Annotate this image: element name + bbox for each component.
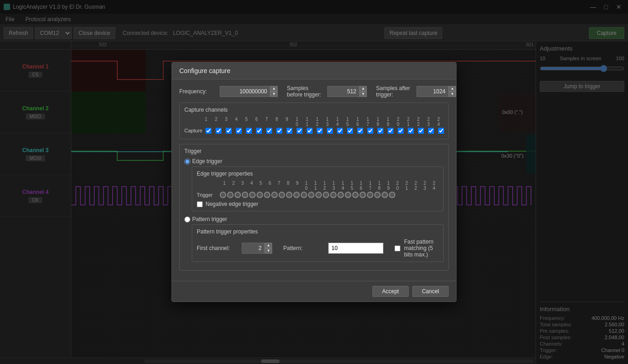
capture-cb-7[interactable] xyxy=(266,128,272,134)
pattern-trigger-label[interactable]: Pattern trigger xyxy=(192,216,227,222)
samples-before-spin-buttons: ▲ ▼ xyxy=(360,86,367,97)
capture-cb-13[interactable] xyxy=(327,128,333,134)
ch-num-20: 20 xyxy=(393,117,403,127)
trigger-circles xyxy=(220,192,395,198)
capture-cb-20[interactable] xyxy=(398,128,404,134)
frequency-input[interactable] xyxy=(220,86,270,97)
capture-cb-9[interactable] xyxy=(286,128,292,134)
capture-cb-14[interactable] xyxy=(337,128,343,134)
first-channel-up[interactable]: ▲ xyxy=(265,243,272,248)
trigger-circle-8[interactable] xyxy=(271,192,278,198)
samples-before-spinner: ▲ ▼ xyxy=(327,86,367,97)
first-channel-down[interactable]: ▼ xyxy=(265,248,272,254)
trigger-circle-2[interactable] xyxy=(227,192,234,198)
capture-cb-4[interactable] xyxy=(236,128,242,134)
capture-cb-23[interactable] xyxy=(428,128,434,134)
capture-cb-6[interactable] xyxy=(256,128,262,134)
frequency-down[interactable]: ▼ xyxy=(270,91,278,97)
pattern-trigger-props-box: Pattern trigger properties First channel… xyxy=(192,224,444,262)
modal-footer: Accept Cancel xyxy=(172,281,456,301)
ch-num-13: 13 xyxy=(322,117,332,127)
trigger-circle-18[interactable] xyxy=(345,192,351,198)
trigger-circle-22[interactable] xyxy=(374,192,381,198)
trigger-circle-20[interactable] xyxy=(360,192,366,198)
capture-row-label: Capture xyxy=(184,128,202,135)
trigger-circle-10[interactable] xyxy=(286,192,292,198)
ch-num-4: 4 xyxy=(231,117,241,127)
ch-num-21: 21 xyxy=(403,117,413,127)
edge-trigger-label[interactable]: Edge trigger xyxy=(192,158,222,165)
frequency-row: Frequency: ▲ ▼ Samples before trigger: ▲… xyxy=(179,85,449,98)
negative-edge-checkbox[interactable] xyxy=(197,201,203,207)
capture-cb-12[interactable] xyxy=(317,128,323,134)
trigger-circle-16[interactable] xyxy=(330,192,337,198)
channels-grid: 1 2 3 4 5 6 7 8 9 10 11 12 13 xyxy=(184,117,444,135)
frequency-label: Frequency: xyxy=(179,88,216,95)
first-channel-spinner: ▲ ▼ xyxy=(242,243,272,254)
samples-after-input[interactable] xyxy=(417,86,449,97)
capture-cb-8[interactable] xyxy=(276,128,282,134)
negative-edge-label[interactable]: Negative edge trigger xyxy=(206,201,258,207)
capture-cb-2[interactable] xyxy=(216,128,222,134)
trigger-circle-13[interactable] xyxy=(308,192,314,198)
edge-trigger-radio[interactable] xyxy=(184,159,190,165)
fast-pattern-label[interactable]: Fast pattern matching (5 bits max.) xyxy=(404,239,439,258)
modal-title: Configure capture xyxy=(172,63,456,80)
samples-after-down[interactable]: ▼ xyxy=(449,91,456,97)
first-channel-label: First channel: xyxy=(197,245,238,251)
ch-num-16: 16 xyxy=(353,117,363,127)
frequency-spinner: ▲ ▼ xyxy=(220,86,278,97)
samples-after-up[interactable]: ▲ xyxy=(449,86,456,91)
capture-cb-15[interactable] xyxy=(347,128,353,134)
samples-before-up[interactable]: ▲ xyxy=(360,86,367,91)
pattern-input[interactable] xyxy=(328,243,383,254)
capture-cb-17[interactable] xyxy=(367,128,373,134)
ch-num-5: 5 xyxy=(241,117,251,127)
capture-cb-21[interactable] xyxy=(408,128,414,134)
capture-cb-16[interactable] xyxy=(357,128,363,134)
capture-cb-10[interactable] xyxy=(297,128,303,134)
trigger-circle-5[interactable] xyxy=(249,192,256,198)
cancel-button[interactable]: Cancel xyxy=(412,286,449,297)
trigger-circle-12[interactable] xyxy=(301,192,307,198)
samples-before-input[interactable] xyxy=(327,86,360,97)
trigger-circle-15[interactable] xyxy=(323,192,329,198)
ch-num-22: 22 xyxy=(413,117,423,127)
samples-before-label: Samples before trigger: xyxy=(287,85,324,98)
channel-numbers-row: 1 2 3 4 5 6 7 8 9 10 11 12 13 xyxy=(184,117,444,127)
trigger-circle-4[interactable] xyxy=(242,192,248,198)
accept-button[interactable]: Accept xyxy=(372,286,409,297)
capture-cb-11[interactable] xyxy=(307,128,313,134)
first-channel-input[interactable] xyxy=(242,243,265,254)
capture-cb-19[interactable] xyxy=(388,128,394,134)
fast-pattern-checkbox[interactable] xyxy=(394,245,400,251)
capture-cb-18[interactable] xyxy=(377,128,383,134)
trigger-circle-11[interactable] xyxy=(293,192,300,198)
trigger-circle-24[interactable] xyxy=(389,192,395,198)
modal-overlay: Configure capture Frequency: ▲ ▼ Samples… xyxy=(0,0,628,364)
trigger-circle-9[interactable] xyxy=(279,192,285,198)
trigger-circle-6[interactable] xyxy=(257,192,263,198)
grid-spacer xyxy=(184,117,200,127)
samples-before-down[interactable]: ▼ xyxy=(360,91,367,97)
ch-num-23: 23 xyxy=(423,117,434,127)
capture-checkboxes-row: Capture xyxy=(184,128,444,135)
frequency-up[interactable]: ▲ xyxy=(270,86,278,91)
trigger-circle-23[interactable] xyxy=(382,192,388,198)
ch-num-15: 15 xyxy=(343,117,353,127)
capture-cb-1[interactable] xyxy=(206,128,211,134)
trigger-circle-14[interactable] xyxy=(315,192,322,198)
trigger-circle-3[interactable] xyxy=(234,192,241,198)
trigger-circle-17[interactable] xyxy=(337,192,344,198)
trigger-circle-19[interactable] xyxy=(352,192,359,198)
capture-cb-5[interactable] xyxy=(246,128,252,134)
capture-cb-22[interactable] xyxy=(418,128,424,134)
capture-cb-3[interactable] xyxy=(226,128,232,134)
trigger-circle-1[interactable] xyxy=(220,192,226,198)
capture-cb-24[interactable] xyxy=(438,128,444,134)
trigger-circles-row: Trigger xyxy=(197,192,439,198)
capture-checkboxes xyxy=(203,128,446,135)
pattern-trigger-radio[interactable] xyxy=(184,216,190,222)
trigger-circle-7[interactable] xyxy=(264,192,270,198)
trigger-circle-21[interactable] xyxy=(367,192,373,198)
